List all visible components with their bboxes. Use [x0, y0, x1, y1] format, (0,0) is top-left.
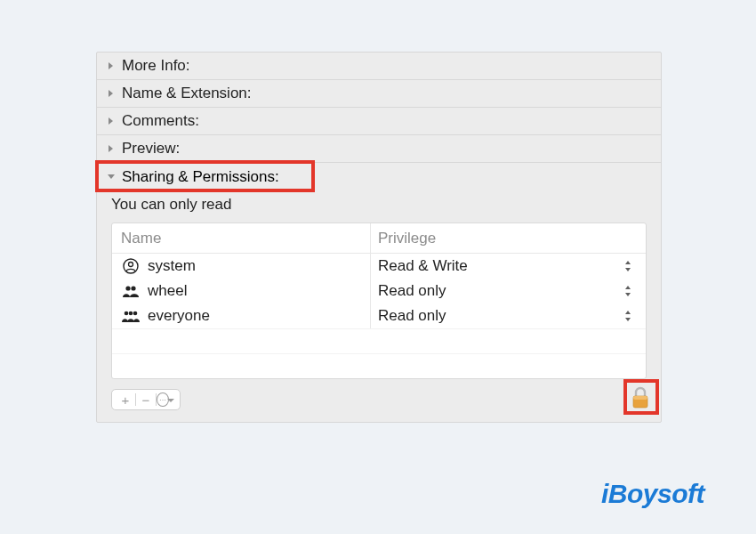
action-menu-button[interactable]: ⋯	[157, 390, 176, 409]
svg-point-5	[129, 312, 133, 316]
chevron-down-icon	[106, 174, 117, 181]
section-label: Name & Extension:	[122, 85, 252, 102]
privilege-value: Read only	[378, 307, 446, 325]
toolbar-buttons: + − ⋯	[111, 389, 181, 410]
section-label: More Info:	[122, 57, 190, 75]
table-row[interactable]: wheel Read only	[112, 279, 646, 303]
table-row[interactable]: system Read & Write	[112, 254, 646, 279]
group-icon	[121, 284, 141, 298]
section-label: Sharing & Permissions:	[122, 168, 279, 186]
permissions-toolbar: + − ⋯	[97, 379, 661, 422]
section-sharing-permissions: Sharing & Permissions: You can only read…	[97, 163, 661, 422]
section-label: Preview:	[122, 140, 180, 158]
column-header-name[interactable]: Name	[112, 230, 370, 247]
lock-icon[interactable]	[631, 397, 650, 412]
stepper-icon[interactable]	[624, 311, 637, 321]
chevron-right-icon	[106, 61, 117, 70]
table-row[interactable]: everyone Read only	[112, 303, 646, 328]
chevron-right-icon	[106, 89, 117, 98]
svg-point-1	[129, 263, 133, 267]
svg-rect-8	[633, 396, 647, 400]
section-comments[interactable]: Comments:	[97, 108, 661, 135]
add-button[interactable]: +	[116, 390, 135, 409]
permission-status: You can only read	[97, 190, 661, 222]
svg-point-2	[125, 286, 130, 290]
section-label: Comments:	[122, 112, 199, 130]
chevron-right-icon	[106, 144, 117, 153]
watermark-logo: iBoysoft	[601, 479, 704, 509]
section-name-extension[interactable]: Name & Extension:	[97, 80, 661, 108]
section-more-info[interactable]: More Info:	[97, 53, 661, 80]
empty-rows	[112, 328, 646, 378]
lock-area	[631, 386, 650, 413]
action-menu-icon: ⋯	[157, 392, 169, 407]
section-preview[interactable]: Preview:	[97, 135, 661, 163]
chevron-right-icon	[106, 117, 117, 125]
table-header: Name Privilege	[112, 223, 646, 254]
stepper-icon[interactable]	[624, 286, 637, 296]
remove-button[interactable]: −	[136, 390, 156, 409]
svg-point-6	[133, 312, 138, 316]
privilege-value: Read & Write	[378, 257, 468, 275]
get-info-panel: More Info: Name & Extension: Comments: P…	[96, 52, 662, 423]
user-name: wheel	[148, 282, 187, 300]
user-name: system	[148, 257, 196, 275]
permissions-table: Name Privilege system Read & Write	[111, 222, 647, 379]
svg-point-3	[131, 286, 135, 290]
stepper-icon[interactable]	[624, 261, 637, 271]
section-sharing-header[interactable]: Sharing & Permissions:	[97, 163, 285, 190]
user-name: everyone	[148, 307, 210, 325]
svg-point-4	[125, 312, 129, 316]
privilege-value: Read only	[378, 282, 446, 300]
column-header-privilege[interactable]: Privilege	[370, 223, 646, 253]
everyone-icon	[121, 309, 141, 323]
user-icon	[121, 258, 141, 274]
